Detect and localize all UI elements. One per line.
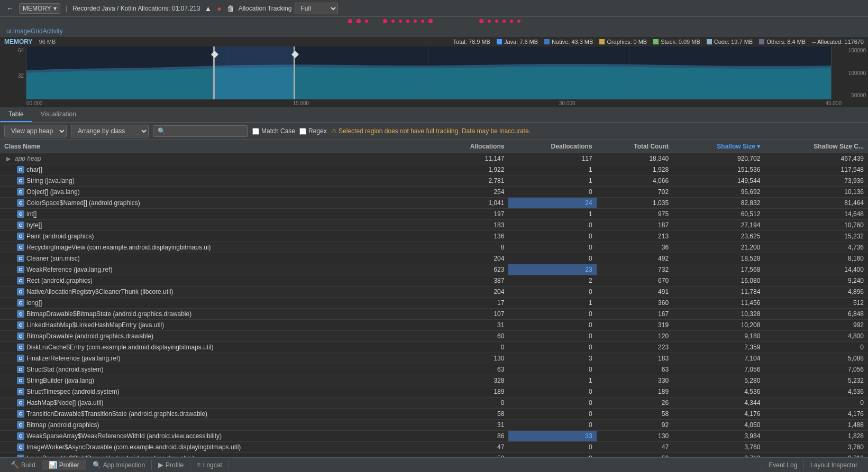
table-row[interactable]: CLayerDrawable$ChildDrawable (android.gr… <box>0 453 868 458</box>
class-name-cell: CDiskLruCache$Entry (com.example.android… <box>0 342 433 353</box>
col-allocations[interactable]: Allocations <box>433 140 509 153</box>
regex-checkbox[interactable] <box>299 128 306 135</box>
deallocations-cell: 33 <box>508 431 596 442</box>
table-row[interactable]: Cint[]197197560,51214,648 <box>0 209 868 220</box>
table-row[interactable]: CWeakReference (java.lang.ref)6232373217… <box>0 264 868 275</box>
table-row[interactable]: CFinalizerReference (java.lang.ref)13031… <box>0 353 868 364</box>
activity-label: ui.ImageGridActivity <box>0 25 868 37</box>
row-name: Object[] (java.lang) <box>26 188 80 196</box>
bottom-tab-profile[interactable]: ▶ Profile <box>152 460 190 470</box>
class-name-cell: CImageWorker$AsyncDrawable (com.example.… <box>0 442 433 453</box>
match-case-checkbox[interactable] <box>252 128 259 135</box>
table-row[interactable]: CBitmapDrawable$BitmapState (android.gra… <box>0 309 868 320</box>
table-row[interactable]: Cchar[]1,92211,928151,536117,548 <box>0 164 868 175</box>
timeline-dot-12 <box>488 20 491 23</box>
total-count-cell: 26 <box>597 397 673 409</box>
class-type-icon: C <box>17 399 24 406</box>
app-inspection-icon: 🔍 <box>93 461 101 469</box>
table-row[interactable]: CTransitionDrawable$TransitionState (and… <box>0 409 868 420</box>
tab-table[interactable]: Table <box>0 107 32 122</box>
table-row[interactable]: CBitmapDrawable (android.graphics.drawab… <box>0 331 868 342</box>
table-row[interactable]: CBitmap (android.graphics)310924,0501,48… <box>0 420 868 431</box>
table-row[interactable]: CString (java.lang)2,78114,066149,54473,… <box>0 175 868 187</box>
table-row[interactable]: CStructStat (android.system)630637,0567,… <box>0 364 868 375</box>
stack-color-box <box>653 39 659 44</box>
arrange-by-select[interactable]: Arrange by class Arrange by callstack <box>71 125 149 137</box>
deallocations-cell: 1 <box>508 164 596 175</box>
col-class-name[interactable]: Class Name <box>0 140 433 153</box>
table-row[interactable]: CImageWorker$AsyncDrawable (com.example.… <box>0 442 868 453</box>
table-row[interactable]: CLinkedHashMap$LinkedHashMapEntry (java.… <box>0 320 868 331</box>
shallow-size_c-cell: 1,488 <box>764 420 868 431</box>
table-row[interactable]: CNativeAllocationRegistry$CleanerThunk (… <box>0 286 868 298</box>
total-count-cell: 670 <box>597 275 673 286</box>
shallow-size-cell: 10,328 <box>673 309 764 320</box>
event-log-tab[interactable]: Event Log <box>762 460 803 470</box>
warning-message: ⚠ Selected region does not have full tra… <box>331 127 531 135</box>
col-deallocations[interactable]: Deallocations <box>508 140 596 153</box>
table-row[interactable]: CRecyclingImageView (com.example.android… <box>0 242 868 253</box>
event-log-label: Event Log <box>769 461 797 469</box>
class-name-cell: CStructStat (android.system) <box>0 364 433 375</box>
search-input[interactable] <box>153 125 248 137</box>
deallocations-cell: 0 <box>508 187 596 198</box>
jump-to-start-button[interactable]: ▲ <box>203 3 213 14</box>
col-shallow-size-c[interactable]: Shallow Size C... <box>764 140 868 153</box>
view-heap-select[interactable]: View app heap View JNI heap <box>4 125 67 137</box>
bottom-tab-profiler[interactable]: 📊 Profiler <box>42 460 86 470</box>
shallow-size-cell: 9,180 <box>673 331 764 342</box>
table-row[interactable]: CRect (android.graphics)387267016,0809,2… <box>0 275 868 286</box>
row-name: ImageWorker$AsyncDrawable (com.example.a… <box>26 443 241 451</box>
allocations-cell: 60 <box>433 331 509 342</box>
layout-inspector-tab[interactable]: Layout Inspector <box>803 460 864 470</box>
allocations-cell: 31 <box>433 320 509 331</box>
stat-graphics: Graphics: 0 MB <box>599 39 647 45</box>
table-row[interactable]: ▶app heap11,14711718,340920,702467,439 <box>0 153 868 164</box>
deallocations-cell: 0 <box>508 242 596 253</box>
total-count-cell: 975 <box>597 209 673 220</box>
allocations-cell: 11,147 <box>433 153 509 164</box>
match-case-label[interactable]: Match Case <box>252 127 295 135</box>
col-shallow-size[interactable]: Shallow Size ▾ <box>673 140 764 153</box>
back-button[interactable]: ← <box>4 3 16 14</box>
deallocations-cell: 0 <box>508 453 596 458</box>
class-type-icon: C <box>17 355 24 362</box>
memory-dropdown[interactable]: MEMORY ▾ <box>19 3 60 14</box>
col-total-count[interactable]: Total Count <box>597 140 673 153</box>
shallow-size-cell: 17,568 <box>673 264 764 275</box>
table-row[interactable]: CWeakSparseArray$WeakReferenceWithId (an… <box>0 431 868 442</box>
record-stop-button[interactable]: ● <box>216 3 222 14</box>
table-row[interactable]: CStringBuilder (java.lang)32813305,2805,… <box>0 375 868 386</box>
tab-visualization[interactable]: Visualization <box>32 107 85 122</box>
table-row[interactable]: CHashMap$Node[] (java.util)00264,3440 <box>0 397 868 409</box>
table-row[interactable]: Clong[]17136011,456512 <box>0 298 868 309</box>
bottom-tab-build[interactable]: 🔨 Build <box>4 460 42 470</box>
allocation-tracking-label: Allocation Tracking <box>239 5 292 12</box>
row-name: WeakSparseArray$WeakReferenceWithId (and… <box>26 432 222 440</box>
class-type-icon: C <box>17 233 24 240</box>
deallocations-cell: 0 <box>508 420 596 431</box>
table-row[interactable]: CPaint (android.graphics)136021323,62515… <box>0 231 868 242</box>
table-row[interactable]: CDiskLruCache$Entry (com.example.android… <box>0 342 868 353</box>
deallocations-cell: 117 <box>508 153 596 164</box>
bottom-tab-app-inspection[interactable]: 🔍 App Inspection <box>86 460 152 470</box>
shallow-size-cell: 4,536 <box>673 386 764 397</box>
profile-icon: ▶ <box>158 461 163 469</box>
x-label-30: 30.000 <box>559 100 575 106</box>
table-row[interactable]: CCleaner (sun.misc)204049218,5288,160 <box>0 253 868 264</box>
allocations-cell: 204 <box>433 286 509 298</box>
delete-button[interactable]: 🗑 <box>226 3 235 14</box>
table-row[interactable]: CObject[] (java.lang)254070296,69210,136 <box>0 187 868 198</box>
regex-label[interactable]: Regex <box>299 127 327 135</box>
table-row[interactable]: Cbyte[]183018727,19410,760 <box>0 220 868 231</box>
row-name: HashMap$Node[] (java.util) <box>26 399 103 406</box>
row-name: long[] <box>26 299 42 307</box>
tree-expand-icon[interactable]: ▶ <box>6 155 11 162</box>
bottom-tab-logcat[interactable]: ≡ Logcat <box>190 460 229 470</box>
total-label: Total: 78.9 MB <box>453 39 490 45</box>
row-name: DiskLruCache$Entry (com.example.android.… <box>26 344 214 351</box>
full-select[interactable]: Full Sampled <box>295 3 338 14</box>
table-row[interactable]: CColorSpace$Named[] (android.graphics)1,… <box>0 198 868 209</box>
app-inspection-label: App Inspection <box>103 461 145 469</box>
table-row[interactable]: CStructTimespec (android.system)18901894… <box>0 386 868 397</box>
